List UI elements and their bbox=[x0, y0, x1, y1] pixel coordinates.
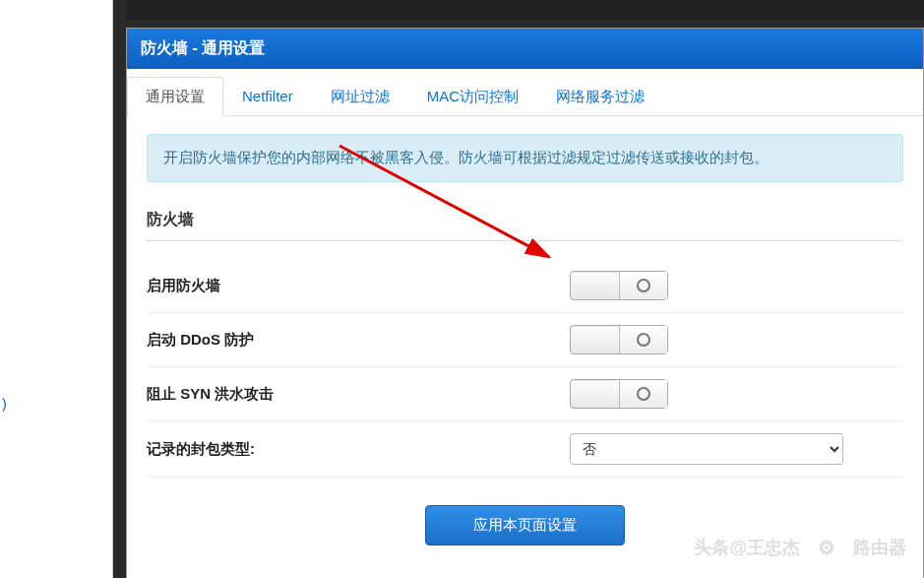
toggle-indicator-icon bbox=[637, 387, 650, 401]
content-area: 开启防火墙保护您的内部网络不被黑客入侵。防火墙可根据过滤规定过滤传送或接收的封包… bbox=[127, 116, 923, 578]
dark-margin bbox=[126, 0, 924, 20]
toggle-indicator-icon bbox=[637, 279, 650, 292]
info-banner: 开启防火墙保护您的内部网络不被黑客入侵。防火墙可根据过滤规定过滤传送或接收的封包… bbox=[147, 134, 903, 182]
sidebar-partial-item[interactable]: ) bbox=[0, 392, 112, 416]
label-log-type: 记录的封包类型: bbox=[147, 440, 570, 459]
toggle-on-side bbox=[619, 272, 668, 299]
toggle-off-side bbox=[571, 380, 619, 408]
row-ddos: 启动 DDoS 防护 bbox=[147, 313, 903, 367]
select-log-type[interactable]: 否 bbox=[570, 433, 843, 465]
row-enable-firewall: 启用防火墙 bbox=[147, 259, 903, 313]
toggle-enable-firewall[interactable] bbox=[570, 271, 668, 300]
toggle-syn[interactable] bbox=[570, 379, 668, 409]
toggle-on-side bbox=[619, 380, 668, 408]
toggle-on-side bbox=[619, 326, 668, 353]
apply-button[interactable]: 应用本页面设置 bbox=[425, 505, 625, 546]
watermark-author: 头条@王忠杰 bbox=[694, 536, 800, 559]
label-syn: 阻止 SYN 洪水攻击 bbox=[147, 385, 570, 404]
row-syn: 阻止 SYN 洪水攻击 bbox=[147, 367, 903, 421]
watermark-brand: 路由器 bbox=[853, 536, 906, 559]
tab-netfilter[interactable]: Netfilter bbox=[223, 77, 312, 116]
toggle-off-side bbox=[571, 272, 619, 299]
main-panel: 防火墙 - 通用设置 通用设置 Netfilter 网址过滤 MAC访问控制 网… bbox=[126, 28, 924, 578]
toggle-ddos[interactable] bbox=[570, 325, 668, 354]
toggle-indicator-icon bbox=[637, 333, 650, 347]
tab-mac[interactable]: MAC访问控制 bbox=[408, 77, 537, 116]
watermark-logo-icon: ⚙ bbox=[806, 527, 847, 568]
tab-service[interactable]: 网络服务过滤 bbox=[537, 77, 663, 116]
toggle-off-side bbox=[571, 326, 619, 353]
watermark: 头条@王忠杰 ⚙ 路由器 bbox=[694, 527, 906, 568]
label-ddos: 启动 DDoS 防护 bbox=[147, 331, 570, 350]
tab-row: 通用设置 Netfilter 网址过滤 MAC访问控制 网络服务过滤 bbox=[127, 69, 923, 116]
row-log-type: 记录的封包类型: 否 bbox=[147, 421, 903, 478]
section-title: 防火墙 bbox=[147, 200, 903, 241]
tab-urlfilter[interactable]: 网址过滤 bbox=[312, 77, 408, 116]
label-enable-firewall: 启用防火墙 bbox=[147, 277, 570, 295]
panel-title: 防火墙 - 通用设置 bbox=[127, 29, 923, 69]
sidebar: ) bbox=[0, 0, 113, 578]
tab-general[interactable]: 通用设置 bbox=[127, 77, 223, 116]
